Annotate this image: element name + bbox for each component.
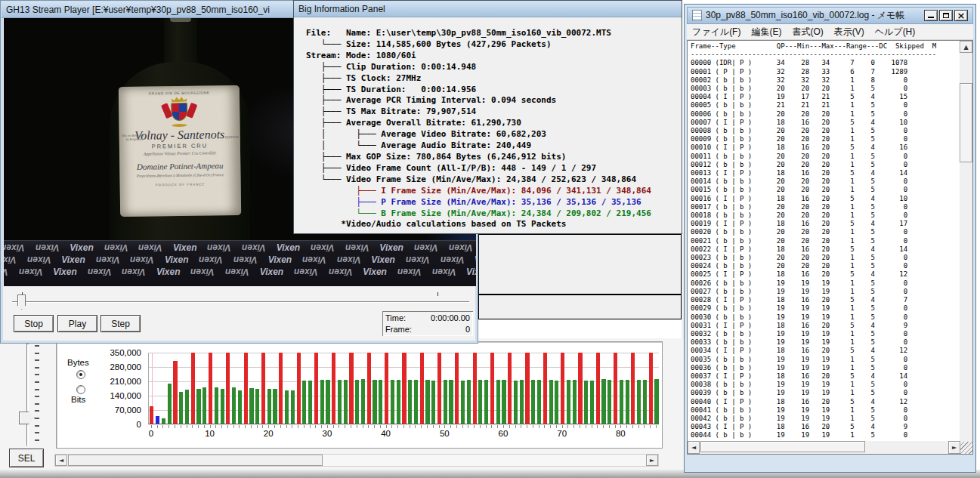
axis-tick bbox=[410, 425, 410, 428]
chart-bar bbox=[209, 353, 212, 424]
notepad-edit-area[interactable]: Frame--Type QP---Min---Max---Range---DC … bbox=[687, 40, 973, 455]
menu-view[interactable]: 表示(V) bbox=[829, 26, 870, 39]
chart-bar bbox=[584, 381, 588, 424]
chart-bar bbox=[385, 353, 388, 424]
x-tick-label: 70 bbox=[557, 429, 567, 438]
vixen-boxes: VixenVixenVixenVixenVixenVixenVixenVixen… bbox=[4, 240, 476, 286]
slider-tick bbox=[35, 389, 39, 390]
chart-bar bbox=[414, 380, 418, 424]
chart-bar bbox=[520, 380, 524, 424]
vertical-zoom-slider-track[interactable] bbox=[26, 344, 29, 446]
np-scroll-left-arrow-icon[interactable]: ◄ bbox=[688, 441, 700, 454]
minimize-icon bbox=[928, 17, 934, 18]
vixen-text: Vixen bbox=[260, 267, 284, 277]
axis-tick bbox=[544, 425, 545, 428]
y-tick-label: 210,000 bbox=[87, 377, 141, 386]
menu-file[interactable]: ファイル(F) bbox=[687, 26, 746, 39]
resize-grip[interactable] bbox=[960, 442, 972, 454]
play-button[interactable]: Play bbox=[57, 315, 97, 332]
slider-tick bbox=[35, 381, 39, 383]
axis-tick bbox=[315, 425, 316, 428]
y-tick-label: 0 bbox=[87, 420, 141, 429]
info-line: └─── B Frame Size (Min/Ave/Max): 24,384 … bbox=[306, 208, 682, 220]
notepad-vertical-scrollbar[interactable]: ▲ ▼ bbox=[960, 41, 972, 454]
bits-radio[interactable] bbox=[76, 385, 85, 394]
chart-bar bbox=[332, 353, 335, 424]
sel-button[interactable]: SEL bbox=[9, 449, 44, 467]
axis-tick bbox=[480, 425, 481, 428]
notepad-titlebar[interactable]: 30p_pv88_50mm_iso160_vib_00072.log - メモ帳… bbox=[687, 7, 973, 24]
chart-bar bbox=[297, 353, 301, 424]
axis-tick bbox=[503, 425, 504, 428]
axis-tick bbox=[204, 425, 205, 428]
axis-tick bbox=[609, 425, 610, 428]
slider-tick bbox=[35, 359, 39, 361]
chart-bar bbox=[168, 384, 172, 424]
vixen-text: Vixen bbox=[190, 267, 215, 277]
menu-edit[interactable]: 編集(E) bbox=[746, 26, 787, 39]
maximize-button[interactable] bbox=[939, 10, 953, 21]
bytes-radio[interactable] bbox=[76, 370, 85, 379]
scroll-left-arrow-icon[interactable]: ◄ bbox=[55, 455, 67, 466]
label-right-note: EDITION bbox=[225, 135, 239, 139]
stop-button[interactable]: Stop bbox=[14, 315, 54, 332]
notepad-vscroll-thumb[interactable] bbox=[960, 83, 972, 162]
wine-origin: PRODUCE OF FRANCE bbox=[120, 182, 241, 187]
crest-shield bbox=[171, 103, 187, 121]
axis-tick bbox=[380, 425, 381, 428]
vixen-text: Vixen bbox=[397, 267, 422, 277]
menu-format[interactable]: 書式(O) bbox=[787, 26, 828, 39]
chart-scrollbar-thumb[interactable] bbox=[68, 455, 323, 466]
axis-tick bbox=[468, 425, 468, 428]
frame-value: 0 bbox=[465, 325, 470, 334]
axis-tick bbox=[215, 425, 216, 428]
info-line: ├─── Video Frame Count (All-I/P/B): 448 … bbox=[306, 163, 682, 174]
seek-slider-thumb[interactable] bbox=[17, 295, 26, 310]
info-line: │ └─── Average Audio Bitrate: 240,449 bbox=[306, 140, 682, 152]
notepad-horizontal-scrollbar[interactable]: ◄ ► bbox=[688, 441, 960, 454]
vixen-text: Vixen bbox=[96, 254, 120, 265]
seek-slider-track[interactable] bbox=[12, 301, 469, 303]
log-text[interactable]: Frame--Type QP---Min---Max---Range---DC … bbox=[688, 41, 958, 441]
menu-help[interactable]: ヘルプ(H) bbox=[870, 26, 921, 39]
chart-bar bbox=[455, 353, 459, 424]
chart-bar bbox=[391, 380, 394, 424]
x-tick-label: 20 bbox=[264, 429, 274, 438]
vixen-text: Vixen bbox=[363, 267, 387, 277]
chart-horizontal-scrollbar[interactable]: ◄ ► bbox=[54, 454, 659, 467]
chart-bar bbox=[314, 353, 318, 424]
info-line: │ ├─── Average Video Bitrate: 60,682,203 bbox=[306, 129, 682, 140]
close-button[interactable]: × bbox=[954, 10, 968, 21]
chart-bar bbox=[431, 381, 435, 424]
minimize-button[interactable] bbox=[924, 10, 938, 21]
axis-tick bbox=[491, 425, 492, 428]
info-panel-titlebar[interactable]: Big Information Panel bbox=[294, 1, 682, 17]
notepad-hscroll-thumb[interactable] bbox=[700, 441, 865, 452]
info-tree: File: Name: E:\user\temp\30p_pv88_50mm_i… bbox=[294, 17, 682, 230]
step-button[interactable]: Step bbox=[100, 315, 141, 332]
chart-bar bbox=[590, 381, 594, 424]
chart-bar bbox=[444, 380, 447, 424]
axis-tick bbox=[415, 425, 416, 428]
slider-tick bbox=[35, 425, 39, 427]
chart-bar bbox=[361, 379, 365, 424]
scroll-right-arrow-icon[interactable]: ► bbox=[646, 455, 658, 466]
radio-selected-dot bbox=[79, 373, 82, 376]
axis-tick bbox=[580, 425, 580, 428]
axis-tick bbox=[151, 425, 152, 428]
axis-tick bbox=[321, 425, 322, 428]
info-line: ├─── Max GOP Size: 780,864 Bytes (6,246,… bbox=[306, 152, 682, 163]
np-scroll-right-arrow-icon[interactable]: ► bbox=[948, 441, 960, 454]
axis-tick bbox=[550, 425, 551, 428]
vixen-text: Vixen bbox=[104, 242, 128, 253]
info-line: └─── Video Frame Size (Min/Ave/Max): 24,… bbox=[306, 174, 682, 186]
slider-tick bbox=[35, 374, 39, 375]
vixen-text: Vixen bbox=[432, 267, 456, 277]
vertical-slider-ticks bbox=[35, 345, 41, 446]
notepad-title: 30p_pv88_50mm_iso160_vib_00072.log - メモ帳 bbox=[706, 9, 923, 22]
vixen-text: Vixen bbox=[36, 242, 60, 253]
scroll-up-arrow-icon[interactable]: ▲ bbox=[960, 41, 972, 53]
vertical-slider-thumb[interactable] bbox=[19, 412, 35, 424]
axis-tick bbox=[615, 425, 616, 428]
chart-bar bbox=[232, 387, 236, 424]
